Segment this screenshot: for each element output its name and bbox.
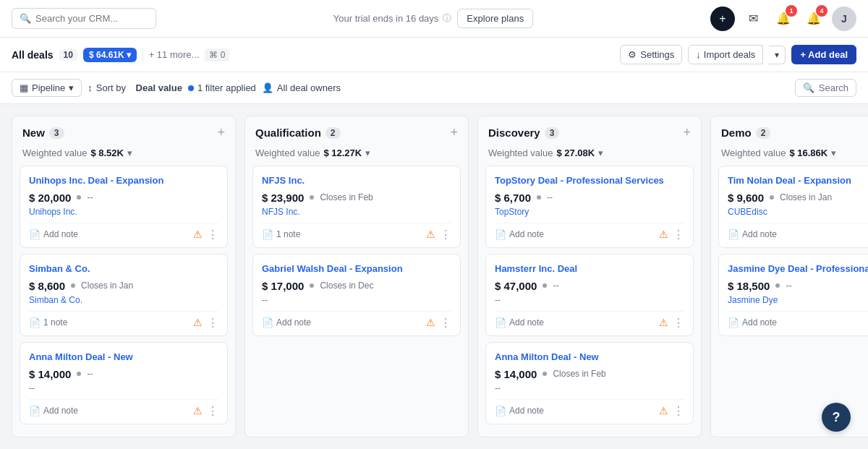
card-company[interactable]: TopStory xyxy=(495,207,684,217)
table-row[interactable]: TopStory Deal - Professional Services $ … xyxy=(485,166,694,248)
avatar[interactable]: J xyxy=(832,7,856,31)
column-header-qualification: Qualification 2 + xyxy=(245,116,468,146)
deal-owners-button[interactable]: 👤 All deal owners xyxy=(262,82,341,93)
mail-button[interactable]: ✉ xyxy=(741,7,765,31)
global-search-bar[interactable]: 🔍 xyxy=(12,8,156,29)
more-options-icon[interactable]: ⋮ xyxy=(673,404,684,418)
col-value-chevron-qualification: ▾ xyxy=(365,147,370,158)
more-deals-button[interactable]: + 11 more... xyxy=(149,49,200,60)
search-filter-button[interactable]: 🔍 Search xyxy=(795,79,856,97)
trial-notice: Your trial ends in 16 days ⓘ xyxy=(333,12,452,25)
table-row[interactable]: Hamsterr Inc. Deal $ 47,000 -- -- 📄 Add … xyxy=(485,254,694,336)
card-dot xyxy=(537,195,541,200)
table-row[interactable]: Unihops Inc. Deal - Expansion $ 20,000 -… xyxy=(20,166,228,248)
card-dot xyxy=(77,195,81,200)
col-add-button-qualification[interactable]: + xyxy=(450,125,458,140)
card-note-button[interactable]: 📄 Add note xyxy=(29,406,189,416)
card-footer: 📄 1 note ⚠ ⋮ xyxy=(29,311,218,330)
card-actions: ⚠ ⋮ xyxy=(193,228,218,241)
card-company[interactable]: CUBEdisc xyxy=(728,207,868,217)
col-value-chevron-discovery: ▾ xyxy=(598,147,603,158)
sort-button[interactable]: ↕ Sort by Deal value xyxy=(88,82,182,93)
table-row[interactable]: Tim Nolan Deal - Expansion $ 9,600 Close… xyxy=(718,166,868,248)
toolbar: All deals 10 $ 64.61K ▾ + 11 more... ⌘ 0… xyxy=(0,38,868,72)
pipeline-filter-button[interactable]: ▦ Pipeline ▾ xyxy=(12,79,82,97)
warning-icon[interactable]: ⚠ xyxy=(193,405,203,416)
col-value-qualification: Weighted value $ 12.27K ▾ xyxy=(245,146,468,166)
alerts-button[interactable]: 🔔 4 xyxy=(801,7,826,31)
settings-button[interactable]: ⚙ Settings xyxy=(620,45,682,64)
card-dot xyxy=(542,372,547,376)
card-actions: ⚠ ⋮ xyxy=(659,404,684,418)
table-row[interactable]: Simban & Co. $ 8,600 Closes in Jan Simba… xyxy=(20,254,228,336)
more-options-icon[interactable]: ⋮ xyxy=(440,316,451,330)
more-options-icon[interactable]: ⋮ xyxy=(673,228,684,241)
col-value-label-demo: Weighted value xyxy=(721,147,786,158)
table-row[interactable]: Anna Milton Deal - New $ 14,000 Closes i… xyxy=(485,342,694,424)
card-company[interactable]: NFJS Inc. xyxy=(262,207,451,217)
add-button[interactable]: + xyxy=(710,7,735,31)
card-note-button[interactable]: 📄 Add note xyxy=(728,317,868,328)
card-note-button[interactable]: 📄 1 note xyxy=(262,229,422,240)
warning-icon[interactable]: ⚠ xyxy=(659,228,668,240)
card-company[interactable]: Jasmine Dye xyxy=(728,295,868,305)
card-note-button[interactable]: 📄 Add note xyxy=(262,317,422,328)
pipeline-label: Pipeline xyxy=(32,82,65,93)
card-amount: $ 8,600 xyxy=(29,280,65,292)
warning-icon[interactable]: ⚠ xyxy=(193,317,203,328)
filter-count-text: 1 filter applied xyxy=(197,82,256,93)
card-footer: 📄 Add note ⚠ ⋮ xyxy=(495,399,684,418)
more-options-icon[interactable]: ⋮ xyxy=(207,404,218,418)
card-company[interactable]: Simban & Co. xyxy=(29,295,218,305)
more-options-icon[interactable]: ⋮ xyxy=(673,316,684,330)
import-deals-button[interactable]: ↓ Import deals xyxy=(688,45,763,64)
card-company[interactable]: Unihops Inc. xyxy=(29,207,218,217)
top-nav: 🔍 Your trial ends in 16 days ⓘ Explore p… xyxy=(0,0,868,38)
card-note-button[interactable]: 📄 1 note xyxy=(29,317,189,328)
note-text: Add note xyxy=(43,229,78,239)
add-deal-button[interactable]: + Add deal xyxy=(791,45,856,64)
filter-bar: ▦ Pipeline ▾ ↕ Sort by Deal value 1 filt… xyxy=(0,72,868,104)
col-count-qualification: 2 xyxy=(326,127,341,139)
table-row[interactable]: Anna Milton Deal - New $ 14,000 -- -- 📄 … xyxy=(20,342,228,424)
note-icon: 📄 xyxy=(495,317,506,328)
note-icon: 📄 xyxy=(29,406,41,416)
note-text: Add note xyxy=(509,229,544,239)
col-value-new: Weighted value $ 8.52K ▾ xyxy=(12,146,235,166)
note-icon: 📄 xyxy=(262,229,273,240)
notifications-button[interactable]: 🔔 1 xyxy=(771,7,796,31)
table-row[interactable]: Gabriel Walsh Deal - Expansion $ 17,000 … xyxy=(252,254,461,336)
col-value-amount-demo: $ 16.86K xyxy=(789,147,827,158)
card-amount-row: $ 14,000 Closes in Feb xyxy=(495,368,684,380)
card-note-button[interactable]: 📄 Add note xyxy=(29,229,189,240)
filter-left: ▦ Pipeline ▾ ↕ Sort by Deal value 1 filt… xyxy=(12,79,789,97)
card-note-button[interactable]: 📄 Add note xyxy=(728,229,868,240)
warning-icon[interactable]: ⚠ xyxy=(426,228,435,240)
table-row[interactable]: Jasmine Dye Deal - Professional Serv... … xyxy=(718,254,868,336)
card-company: -- xyxy=(495,295,684,305)
help-button[interactable]: ? xyxy=(822,403,851,432)
note-icon: 📄 xyxy=(495,229,506,240)
col-add-button-new[interactable]: + xyxy=(217,125,225,140)
card-note-button[interactable]: 📄 Add note xyxy=(495,229,655,240)
global-search-input[interactable] xyxy=(35,13,148,24)
warning-icon[interactable]: ⚠ xyxy=(193,228,203,240)
table-row[interactable]: NFJS Inc. $ 23,900 Closes in Feb NFJS In… xyxy=(252,166,461,248)
people-icon: 👤 xyxy=(262,82,273,93)
warning-icon[interactable]: ⚠ xyxy=(659,405,668,416)
more-options-icon[interactable]: ⋮ xyxy=(207,316,218,330)
warning-icon[interactable]: ⚠ xyxy=(426,317,435,328)
deals-value-badge[interactable]: $ 64.61K ▾ xyxy=(83,48,137,62)
col-add-button-discovery[interactable]: + xyxy=(683,125,691,140)
card-note-button[interactable]: 📄 Add note xyxy=(495,317,655,328)
card-amount-row: $ 6,700 -- xyxy=(495,192,684,204)
card-actions: ⚠ ⋮ xyxy=(659,316,684,330)
note-icon: 📄 xyxy=(29,317,41,328)
more-options-icon[interactable]: ⋮ xyxy=(440,228,451,241)
kanban-board: New 3 + Weighted value $ 8.52K ▾ Unihops… xyxy=(0,104,868,449)
card-note-button[interactable]: 📄 Add note xyxy=(495,406,655,416)
more-options-icon[interactable]: ⋮ xyxy=(207,228,218,241)
explore-plans-button[interactable]: Explore plans xyxy=(457,9,533,28)
import-caret-button[interactable]: ▾ xyxy=(769,46,786,64)
warning-icon[interactable]: ⚠ xyxy=(659,317,668,328)
